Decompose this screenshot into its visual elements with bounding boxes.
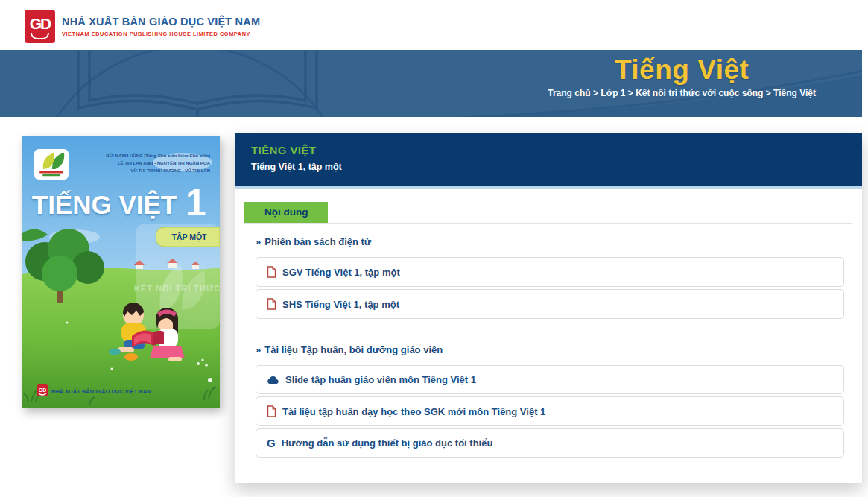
hero-text-block: Tiếng Việt Trang chủ > Lớp 1 > Kết nối t…: [548, 54, 816, 98]
cover-author-line-3: VŨ THỊ THANH HƯƠNG - VŨ THỊ LAN: [131, 168, 210, 173]
section-training-heading: »Tài liệu Tập huấn, bồi dưỡng giáo viên: [256, 344, 844, 355]
list-item-label: Hướng dẫn sử dụng thiết bị giáo dục tối …: [282, 437, 493, 449]
list-item-huong-dan[interactable]: G Hướng dẫn sử dụng thiết bị giáo dục tố…: [256, 428, 844, 458]
file-pdf-icon: [267, 266, 276, 278]
google-drive-icon: G: [267, 437, 276, 449]
publisher-name-block: NHÀ XUẤT BẢN GIÁO DỤC VIỆT NAM VIETNAM E…: [62, 16, 260, 37]
publisher-logo-link[interactable]: GD NHÀ XUẤT BẢN GIÁO DỤC VIỆT NAM VIETNA…: [25, 10, 260, 43]
breadcrumb-current: Tiếng Việt: [773, 88, 816, 98]
chevrons-icon: »: [256, 344, 261, 355]
list-item-slide[interactable]: Slide tập huấn giáo viên môn Tiếng Việt …: [256, 365, 844, 394]
cover-author-line-1: BÙI MẠNH HÙNG (Tổng Chủ biên kiêm Chủ bi…: [106, 153, 210, 158]
list-item-tai-lieu[interactable]: Tài liệu tập huấn dạy học theo SGK mới m…: [256, 396, 844, 426]
gd-monogram: GD: [30, 15, 51, 33]
content-panel: TIẾNG VIỆT Tiếng Việt 1, tập một Nội dun…: [235, 133, 862, 483]
list-item-label: SHS Tiếng Việt 1, tập một: [282, 299, 399, 310]
cover-title: TIẾNG VIỆT: [32, 190, 177, 219]
file-pdf-icon: [267, 298, 276, 310]
panel-header: TIẾNG VIỆT Tiếng Việt 1, tập một: [235, 133, 862, 189]
cover-gd-monogram: GD: [39, 387, 47, 393]
section-ebooks-heading: »Phiên bản sách điện tử: [256, 236, 844, 247]
subject-heading: TIẾNG VIỆT: [251, 144, 846, 156]
breadcrumb[interactable]: Trang chủ > Lớp 1 > Kết nối tri thức với…: [548, 88, 816, 98]
publisher-name-vi: NHÀ XUẤT BẢN GIÁO DỤC VIỆT NAM: [62, 16, 260, 28]
svg-text:TẬP MỘT: TẬP MỘT: [171, 232, 207, 242]
publisher-name-en: VIETNAM EDUCATION PUBLISHING HOUSE LIMIT…: [62, 31, 260, 37]
book-subheading: Tiếng Việt 1, tập một: [251, 162, 846, 172]
hero-banner: Tiếng Việt Trang chủ > Lớp 1 > Kết nối t…: [0, 50, 862, 117]
list-item-label: SGV Tiếng Việt 1, tập một: [282, 267, 400, 278]
cloud-icon: [267, 376, 279, 384]
open-book-icon: [31, 33, 49, 39]
cover-author-line-2: LÊ THỊ LAN ANH - NGUYỄN THỊ NGÂN HOA: [118, 160, 211, 165]
book-cover-thumbnail[interactable]: KẾT NỐI TRI THỨC BÙI MẠNH HÙNG (Tổng Chủ…: [22, 136, 220, 408]
list-item-label: Slide tập huấn giáo viên môn Tiếng Việt …: [285, 374, 476, 385]
cover-watermark: KẾT NỐI TRI THỨC: [134, 283, 220, 293]
cover-publisher-name: NHÀ XUẤT BẢN GIÁO DỤC VIỆT NAM: [51, 387, 152, 395]
series-logo-icon: [34, 149, 69, 180]
cover-title-number: 1: [186, 182, 206, 224]
chevrons-icon: »: [256, 236, 261, 247]
list-item-sgv[interactable]: SGV Tiếng Việt 1, tập một: [256, 257, 844, 287]
volume-badge: TẬP MỘT: [156, 227, 220, 247]
gd-logo-icon: GD: [25, 10, 55, 43]
list-item-label: Tài liệu tập huấn dạy học theo SGK mới m…: [282, 406, 545, 417]
list-item-shs[interactable]: SHS Tiếng Việt 1, tập một: [256, 289, 844, 319]
breadcrumb-path[interactable]: Trang chủ > Lớp 1 > Kết nối tri thức với…: [548, 88, 773, 98]
tab-noi-dung[interactable]: Nội dung: [244, 202, 328, 223]
top-bar: GD NHÀ XUẤT BẢN GIÁO DỤC VIỆT NAM VIETNA…: [0, 0, 868, 50]
page: GD NHÀ XUẤT BẢN GIÁO DỤC VIỆT NAM VIETNA…: [0, 0, 868, 497]
tab-bar: Nội dung: [244, 202, 852, 224]
page-title: Tiếng Việt: [548, 54, 816, 86]
panel-body: Nội dung »Phiên bản sách điện tử SGV Tiế…: [235, 189, 862, 458]
file-pdf-icon: [267, 405, 276, 417]
